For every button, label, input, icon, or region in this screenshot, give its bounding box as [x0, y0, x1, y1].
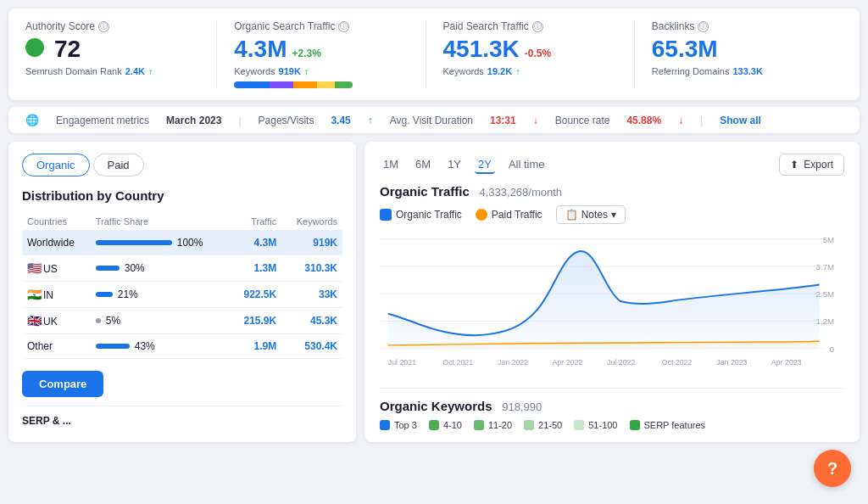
- authority-info-icon[interactable]: ⓘ: [98, 21, 109, 32]
- organic-kw-arrow: ↑: [304, 66, 309, 76]
- backlinks-value: 65.3M: [652, 36, 826, 63]
- traffic-cell: 922.5K: [231, 282, 281, 308]
- traffic-share-cell: 21%: [91, 282, 231, 308]
- divider2: |: [700, 115, 703, 126]
- table-row[interactable]: 🇮🇳IN 21% 922.5K 33K: [22, 282, 342, 308]
- legend-organic: Organic Traffic: [380, 209, 462, 221]
- serp-preview: SERP & ...: [22, 406, 342, 427]
- traffic-share-pct: 100%: [177, 237, 203, 249]
- show-all-link[interactable]: Show all: [720, 115, 761, 126]
- svg-text:Apr 2023: Apr 2023: [771, 358, 802, 367]
- paid-kw-arrow: ↑: [515, 66, 520, 76]
- keywords-cell: 45.3K: [281, 308, 342, 334]
- svg-text:5M: 5M: [823, 235, 835, 244]
- metrics-bar: Authority Score ⓘ 72 Semrush Domain Rank…: [8, 8, 860, 100]
- bounce-arrow: ↓: [678, 115, 683, 126]
- duration-arrow: ↓: [533, 115, 538, 126]
- svg-text:Oct 2022: Oct 2022: [662, 358, 693, 367]
- traffic-cell: 1.9M: [231, 334, 281, 359]
- svg-text:Jul 2021: Jul 2021: [388, 358, 416, 367]
- organic-info-icon[interactable]: ⓘ: [338, 21, 349, 32]
- organic-keywords-section: Organic Keywords 918,990 Top 3 4-10 11-2…: [380, 388, 844, 430]
- left-panel: Organic Paid Distribution by Country Cou…: [8, 142, 356, 442]
- kw-label: 51-100: [588, 420, 617, 430]
- paid-info-icon[interactable]: ⓘ: [532, 21, 543, 32]
- kw-legend-item: 51-100: [574, 420, 617, 430]
- time-btn-all-time[interactable]: All time: [505, 156, 548, 174]
- traffic-bar: [96, 240, 172, 245]
- kw-dot: [630, 420, 640, 430]
- paid-traffic-label: Paid Search Traffic ⓘ: [443, 20, 617, 32]
- backlinks-info-icon[interactable]: ⓘ: [698, 21, 709, 32]
- kw-dot: [574, 420, 584, 430]
- col-traffic-share: Traffic Share: [91, 213, 231, 231]
- tab-paid[interactable]: Paid: [93, 154, 144, 176]
- paid-legend-dot: [476, 209, 487, 221]
- traffic-cell: 4.3M: [231, 231, 281, 255]
- globe-icon: 🌐: [25, 114, 39, 126]
- country-cell: Other: [22, 334, 91, 359]
- organic-legend-dot: [380, 209, 392, 221]
- tab-organic[interactable]: Organic: [22, 154, 90, 176]
- traffic-share-cell: 43%: [91, 334, 231, 359]
- notes-button[interactable]: 📋 Notes ▾: [556, 205, 626, 224]
- traffic-chart: 5M 3.7M 2.5M 1.2M 0: [380, 229, 844, 373]
- traffic-share-pct: 43%: [135, 340, 155, 352]
- country-cell: 🇮🇳IN: [22, 282, 91, 308]
- svg-text:Jan 2022: Jan 2022: [498, 358, 528, 367]
- kw-label: 21-50: [538, 420, 562, 430]
- chart-header: Organic Traffic 4,333,268/month: [380, 184, 844, 199]
- paid-traffic-value: 451.3K -0.5%: [443, 36, 617, 63]
- time-buttons: 1M6M1Y2YAll time: [380, 156, 548, 174]
- help-button[interactable]: ?: [814, 450, 851, 487]
- kw-dot: [429, 420, 439, 430]
- authority-sub: Semrush Domain Rank 2.4K ↑: [25, 66, 199, 76]
- table-row[interactable]: Worldwide 100% 4.3M 919K: [22, 231, 342, 255]
- kw-dot: [380, 420, 390, 430]
- export-button[interactable]: ⬆ Export: [779, 154, 844, 176]
- compare-button[interactable]: Compare: [22, 371, 103, 397]
- chart-title: Organic Traffic: [380, 184, 470, 199]
- bar-seg3: [293, 81, 317, 88]
- traffic-cell: 1.3M: [231, 255, 281, 282]
- organic-traffic-sub: Keywords 919K ↑: [234, 66, 408, 76]
- dashboard: Authority Score ⓘ 72 Semrush Domain Rank…: [0, 0, 868, 504]
- country-table: Countries Traffic Share Traffic Keywords…: [22, 213, 342, 359]
- svg-text:Apr 2022: Apr 2022: [553, 358, 583, 367]
- country-cell: 🇬🇧UK: [22, 308, 91, 334]
- traffic-bar: [96, 344, 130, 349]
- keywords-cell: 33K: [281, 282, 342, 308]
- table-row[interactable]: 🇬🇧UK 5% 215.9K 45.3K: [22, 308, 342, 334]
- kw-legend-item: SERP features: [630, 420, 706, 430]
- backlinks-label: Backlinks ⓘ: [652, 20, 826, 32]
- traffic-bar: [96, 266, 120, 271]
- authority-score-value: 72: [25, 36, 199, 63]
- time-btn-6m[interactable]: 6M: [412, 156, 434, 174]
- traffic-bar: [96, 292, 113, 297]
- time-btn-2y[interactable]: 2Y: [475, 156, 495, 174]
- legend-paid: Paid Traffic: [476, 209, 542, 221]
- notes-chevron: ▾: [611, 209, 616, 221]
- bar-seg4: [317, 81, 335, 88]
- organic-traffic-label: Organic Search Traffic ⓘ: [234, 20, 408, 32]
- kw-label: Top 3: [394, 420, 417, 430]
- time-btn-1y[interactable]: 1Y: [444, 156, 465, 174]
- tab-row: Organic Paid: [22, 154, 342, 176]
- authority-arrow: ↑: [148, 66, 153, 76]
- traffic-share-cell: 5%: [91, 308, 231, 334]
- traffic-cell: 215.9K: [231, 308, 281, 334]
- svg-text:Oct 2021: Oct 2021: [442, 358, 473, 367]
- keyword-legend: Top 3 4-10 11-20 21-50 51-100 SERP featu…: [380, 420, 844, 430]
- table-row[interactable]: Other 43% 1.9M 530.4K: [22, 334, 342, 359]
- keywords-cell: 919K: [281, 231, 342, 255]
- table-row[interactable]: 🇺🇸US 30% 1.3M 310.3K: [22, 255, 342, 282]
- export-icon: ⬆: [790, 159, 798, 171]
- pages-arrow: ↑: [368, 115, 373, 126]
- divider1: |: [238, 115, 241, 126]
- traffic-share-cell: 30%: [91, 255, 231, 282]
- distribution-title: Distribution by Country: [22, 188, 342, 203]
- traffic-bar: [96, 318, 101, 323]
- time-btn-1m[interactable]: 1M: [380, 156, 402, 174]
- traffic-share-pct: 5%: [106, 315, 120, 327]
- kw-legend-item: Top 3: [380, 420, 417, 430]
